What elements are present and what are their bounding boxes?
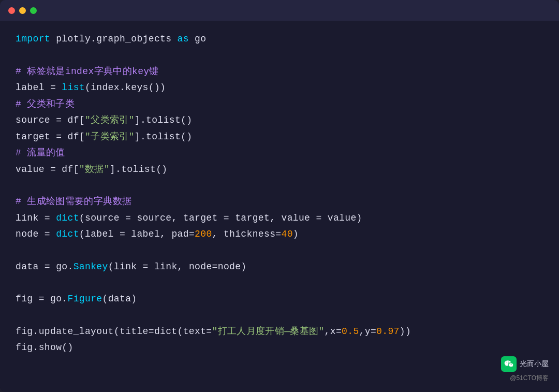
title-bar bbox=[0, 0, 559, 21]
code-token: = bbox=[50, 132, 68, 142]
code-token: # 标签就是index字典中的key键 bbox=[16, 66, 159, 77]
code-token: (source = source, target = target, value… bbox=[79, 213, 362, 223]
code-token: fig bbox=[16, 294, 33, 304]
code-line: import plotly.graph_objects as go bbox=[16, 31, 543, 48]
code-token: plotly.graph_objects bbox=[50, 34, 178, 44]
code-token: = bbox=[39, 229, 56, 239]
close-button[interactable] bbox=[8, 7, 15, 14]
code-token: = bbox=[45, 82, 62, 93]
code-token: target bbox=[16, 132, 50, 142]
code-token: # 生成绘图需要的字典数据 bbox=[16, 196, 131, 207]
code-token: go. bbox=[56, 262, 73, 272]
minimize-button[interactable] bbox=[19, 7, 26, 14]
code-token: = bbox=[33, 294, 51, 304]
empty-line bbox=[16, 308, 543, 324]
code-token: dict bbox=[56, 229, 79, 239]
code-area: import plotly.graph_objects as go# 标签就是i… bbox=[0, 21, 559, 392]
code-line: target = df["子类索引"].tolist() bbox=[16, 129, 543, 146]
code-token: ) bbox=[293, 229, 299, 239]
code-token: 0.97 bbox=[376, 326, 400, 337]
empty-line bbox=[16, 243, 543, 259]
code-token: "父类索引" bbox=[85, 115, 135, 125]
code-token: "数据" bbox=[79, 164, 110, 175]
code-token: Sankey bbox=[73, 262, 108, 272]
empty-line bbox=[16, 48, 543, 64]
code-token: , thickness= bbox=[212, 229, 282, 239]
code-token: as bbox=[178, 34, 189, 44]
code-token: value bbox=[16, 164, 45, 175]
code-token: "打工人月度开销—桑基图" bbox=[212, 326, 325, 337]
code-token: (link = link, node=node) bbox=[108, 262, 247, 272]
code-line: value = df["数据"].tolist() bbox=[16, 162, 543, 178]
code-line: fig.show() bbox=[16, 340, 543, 356]
code-token: ].tolist() bbox=[135, 132, 193, 142]
code-token: go bbox=[189, 34, 207, 44]
code-token: 40 bbox=[282, 229, 293, 239]
empty-line bbox=[16, 178, 543, 194]
code-token: )) bbox=[400, 326, 411, 337]
code-token: dict bbox=[56, 213, 79, 223]
wechat-icon bbox=[501, 356, 517, 372]
watermark-logo: 光而小屋 bbox=[501, 356, 549, 372]
code-token: label bbox=[16, 82, 45, 93]
code-token: df[ bbox=[67, 115, 85, 125]
code-line: # 流量的值 bbox=[16, 145, 543, 162]
code-token: (index.keys()) bbox=[85, 82, 166, 93]
app-window: import plotly.graph_objects as go# 标签就是i… bbox=[0, 0, 559, 392]
code-line: fig.update_layout(title=dict(text="打工人月度… bbox=[16, 324, 543, 340]
code-token: source bbox=[16, 115, 50, 125]
code-token: df[ bbox=[67, 132, 85, 142]
code-token: import bbox=[16, 34, 50, 44]
code-token: list bbox=[62, 82, 85, 93]
code-token: "子类索引" bbox=[85, 132, 135, 142]
code-token: = bbox=[45, 164, 62, 175]
code-token: go. bbox=[50, 294, 68, 304]
code-token: link bbox=[16, 213, 39, 223]
code-line: source = df["父类索引"].tolist() bbox=[16, 112, 543, 129]
code-token: ,y= bbox=[359, 326, 377, 337]
code-token: (data) bbox=[102, 294, 137, 304]
code-token: data bbox=[16, 262, 39, 272]
code-line: # 生成绘图需要的字典数据 bbox=[16, 194, 543, 210]
code-token: ,x= bbox=[325, 326, 342, 337]
code-token: ].tolist() bbox=[135, 115, 193, 125]
watermark-name: 光而小屋 bbox=[520, 359, 549, 369]
watermark: 光而小屋 @51CTO博客 bbox=[501, 356, 549, 383]
code-token: (label = label, pad= bbox=[79, 229, 195, 239]
code-token: Figure bbox=[68, 294, 102, 304]
code-token: 0.5 bbox=[342, 326, 359, 337]
code-line: node = dict(label = label, pad=200, thic… bbox=[16, 226, 543, 243]
code-line: data = go.Sankey(link = link, node=node) bbox=[16, 259, 543, 275]
code-token: = bbox=[50, 115, 68, 125]
code-line: fig = go.Figure(data) bbox=[16, 291, 543, 308]
code-token: = bbox=[39, 213, 56, 223]
code-token: ].tolist() bbox=[110, 164, 168, 175]
code-token: fig.update_layout(title=dict(text= bbox=[16, 326, 212, 337]
maximize-button[interactable] bbox=[30, 7, 37, 14]
code-token: df[ bbox=[62, 164, 79, 175]
code-line: link = dict(source = source, target = ta… bbox=[16, 210, 543, 227]
code-line: # 标签就是index字典中的key键 bbox=[16, 64, 543, 80]
watermark-source: @51CTO博客 bbox=[510, 374, 549, 383]
code-token: = bbox=[39, 262, 56, 272]
code-token: fig.show() bbox=[16, 342, 73, 353]
code-line: label = list(index.keys()) bbox=[16, 80, 543, 96]
code-token: # 父类和子类 bbox=[16, 99, 75, 109]
empty-line bbox=[16, 275, 543, 291]
code-token: 200 bbox=[195, 229, 212, 239]
code-token: # 流量的值 bbox=[16, 148, 65, 158]
code-token: node bbox=[16, 229, 39, 239]
code-line: # 父类和子类 bbox=[16, 96, 543, 113]
